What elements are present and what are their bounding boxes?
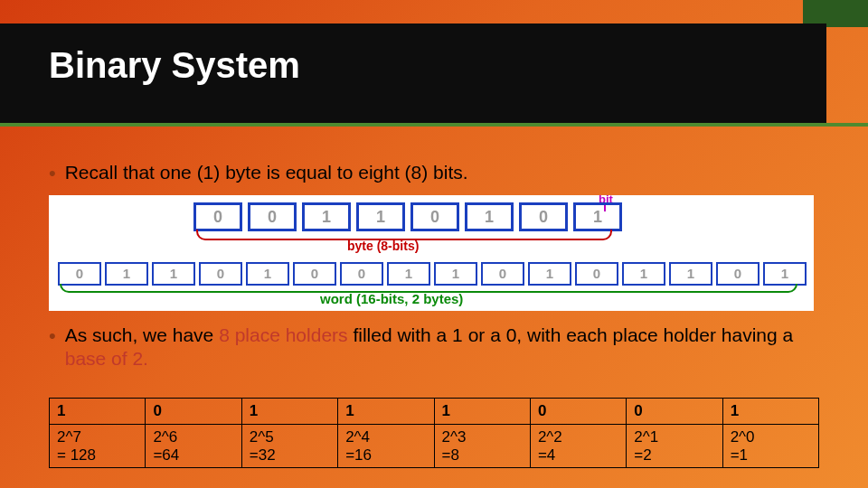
table-row: 2^7= 128 2^6=64 2^5=32 2^4=16 2^3=8 2^2=… <box>50 425 819 468</box>
bullet-2: • As such, we have 8 place holders fille… <box>49 324 819 371</box>
place-value-table: 1 0 1 1 1 0 0 1 2^7= 128 2^6=64 2^5=32 2… <box>49 398 819 468</box>
bit-cell: 1 <box>722 399 818 425</box>
bit-cell: 0 <box>146 399 241 425</box>
power-cell: 2^1=2 <box>627 425 722 468</box>
slide-title: Binary System <box>49 45 300 86</box>
bit-cell: 1 <box>50 399 146 425</box>
word-bit: 0 <box>293 262 336 286</box>
word-bit: 1 <box>669 262 712 286</box>
slide-body: • Recall that one (1) byte is equal to e… <box>49 161 819 380</box>
byte-bit: 0 <box>410 202 459 231</box>
bullet-1-text: Recall that one (1) byte is equal to eig… <box>65 161 468 184</box>
word-row: 0 1 1 0 1 0 0 1 1 0 1 0 1 1 0 1 <box>58 262 807 286</box>
byte-row: 0 0 1 1 0 1 0 1 <box>193 202 622 231</box>
byte-bit: 0 <box>519 202 568 231</box>
word-bit: 1 <box>528 262 571 286</box>
bit-cell: 1 <box>241 399 337 425</box>
word-bit: 1 <box>434 262 477 286</box>
word-bit: 1 <box>622 262 665 286</box>
bullet-2-text: As such, we have 8 place holders filled … <box>65 324 819 371</box>
word-bit: 1 <box>152 262 195 286</box>
power-cell: 2^5=32 <box>241 425 337 468</box>
bit-cell: 1 <box>338 399 434 425</box>
bit-cell: 1 <box>434 399 530 425</box>
power-cell: 2^3=8 <box>434 425 530 468</box>
byte-bit: 0 <box>193 202 242 231</box>
bits-bytes-diagram: bit 0 0 1 1 0 1 0 1 byte (8-bits) 0 1 1 … <box>49 195 814 311</box>
byte-bit: 1 <box>573 202 622 231</box>
bullet-icon: • <box>49 324 56 349</box>
word-bit: 0 <box>340 262 383 286</box>
word-bit: 1 <box>105 262 148 286</box>
word-bit: 0 <box>199 262 242 286</box>
word-bit: 1 <box>246 262 289 286</box>
power-cell: 2^0=1 <box>722 425 818 468</box>
word-bit: 0 <box>575 262 618 286</box>
accent-underline <box>0 123 868 127</box>
word-bit: 1 <box>387 262 430 286</box>
byte-label: byte (8-bits) <box>347 239 419 253</box>
bullet-icon: • <box>49 161 56 186</box>
word-bit: 1 <box>763 262 807 286</box>
power-cell: 2^6=64 <box>146 425 241 468</box>
power-cell: 2^7= 128 <box>50 425 146 468</box>
word-bit: 0 <box>58 262 101 286</box>
byte-bit: 1 <box>302 202 351 231</box>
word-label: word (16-bits, 2 bytes) <box>320 291 463 306</box>
word-bit: 0 <box>716 262 760 286</box>
bullet-1: • Recall that one (1) byte is equal to e… <box>49 161 819 186</box>
bit-cell: 0 <box>530 399 626 425</box>
table-row: 1 0 1 1 1 0 0 1 <box>50 399 819 425</box>
byte-bit: 0 <box>248 202 297 231</box>
power-cell: 2^2=4 <box>530 425 626 468</box>
highlight-base2: base of 2. <box>65 348 148 369</box>
highlight-placeholders: 8 place holders <box>219 324 347 345</box>
bit-cell: 0 <box>627 399 722 425</box>
byte-bit: 1 <box>465 202 514 231</box>
byte-bit: 1 <box>356 202 405 231</box>
word-bit: 0 <box>481 262 524 286</box>
power-cell: 2^4=16 <box>338 425 434 468</box>
